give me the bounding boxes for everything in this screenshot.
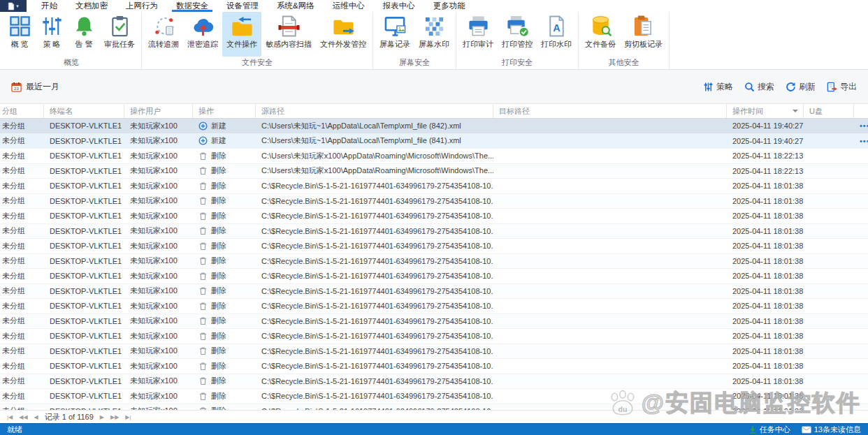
- ribbon-item-file-backup[interactable]: 文件备份: [581, 12, 620, 57]
- ribbon-item-approval-task[interactable]: 审批任务: [100, 12, 139, 57]
- ribbon-item-file-operation[interactable]: 文件操作: [222, 12, 261, 57]
- export-label: 导出: [840, 81, 857, 93]
- ribbon-item-overview[interactable]: 概 览: [3, 12, 36, 57]
- table-row[interactable]: 未分组DESKTOP-VLKTLE1未知玩家x100删除C:\$Recycle.…: [0, 284, 868, 300]
- ribbon-item-print-watermark[interactable]: A打印水印: [537, 12, 576, 57]
- ribbon-item-flow-trace[interactable]: 流转追溯: [144, 12, 183, 57]
- cell-operation-time: 2025-04-11 18:01:38: [727, 344, 804, 359]
- menu-tab-data-security[interactable]: 数据安全: [167, 0, 217, 12]
- search-button[interactable]: 搜索: [744, 81, 774, 93]
- column-header-operation[interactable]: 操作: [193, 104, 256, 118]
- clipboard-record-icon: [632, 15, 655, 38]
- cell-actions: [854, 254, 868, 269]
- cell-operation-time: 2025-04-11 18:01:38: [727, 239, 804, 253]
- cell-actions: [854, 404, 868, 411]
- cell-actions: [854, 209, 868, 223]
- cell-target-path: [493, 329, 727, 344]
- cell-operation-time: 2025-04-11 18:01:38: [727, 314, 804, 329]
- cell-operator: 未知玩家x100: [124, 284, 193, 299]
- ribbon-item-file-outgoing[interactable]: 文件外发管控: [316, 12, 370, 57]
- column-header-group[interactable]: 分组: [0, 104, 44, 118]
- column-header-operator[interactable]: 操作用户: [124, 104, 193, 118]
- pager-next-button[interactable]: ▶: [100, 414, 104, 420]
- table-row[interactable]: 未分组DESKTOP-VLKTLE1未知玩家x100删除C:\$Recycle.…: [0, 209, 868, 224]
- pager-prev-fast-button[interactable]: ◀◀: [19, 414, 27, 420]
- ribbon-item-screen-record[interactable]: 屏幕记录: [375, 12, 414, 57]
- cell-group: 未分组: [0, 329, 44, 344]
- menu-tab-system-network[interactable]: 系统&网络: [268, 0, 324, 12]
- operation-label: 删除: [211, 226, 226, 236]
- pager-last-button[interactable]: ▶|: [125, 414, 131, 420]
- menu-tab-report-center[interactable]: 报表中心: [374, 0, 424, 12]
- refresh-label: 刷新: [799, 81, 816, 93]
- ribbon-item-sensitive-scan[interactable]: 敏感内容扫描: [261, 12, 316, 57]
- menu-tab-doc-encrypt[interactable]: 文档加密: [66, 0, 117, 12]
- column-header-label: U盘: [809, 106, 823, 117]
- table-row[interactable]: 未分组DESKTOP-VLKTLE1未知玩家x100删除C:\$Recycle.…: [0, 179, 868, 194]
- ribbon-item-print-control[interactable]: 打印管控: [498, 12, 537, 57]
- app-menu-button[interactable]: ▾: [0, 0, 27, 12]
- table-row[interactable]: 未分组DESKTOP-VLKTLE1未知玩家x100删除C:\$Recycle.…: [0, 314, 868, 330]
- pager-prev-button[interactable]: ◀: [34, 414, 38, 420]
- cell-actions: [854, 329, 868, 344]
- column-header-actions[interactable]: [854, 104, 868, 118]
- table-row[interactable]: 未分组DESKTOP-VLKTLE1未知玩家x100删除C:\$Recycle.…: [0, 269, 868, 284]
- menu-tab-more-features[interactable]: 更多功能: [424, 0, 475, 12]
- column-header-usb[interactable]: U盘: [804, 104, 854, 118]
- table-row[interactable]: 未分组DESKTOP-VLKTLE1未知玩家x100删除C:\$Recycle.…: [0, 404, 868, 411]
- table-row[interactable]: 未分组DESKTOP-VLKTLE1未知玩家x100删除C:\$Recycle.…: [0, 389, 868, 404]
- policy-button[interactable]: 策略: [703, 81, 733, 93]
- menu-tab-device-mgmt[interactable]: 设备管理: [217, 0, 268, 12]
- ribbon-item-policy[interactable]: 策 略: [36, 12, 68, 57]
- export-button[interactable]: 导出: [827, 81, 857, 93]
- ribbon-item-clipboard-record[interactable]: 剪切板记录: [620, 12, 667, 57]
- row-menu-button[interactable]: •••: [860, 121, 868, 130]
- ribbon-item-label: 打印水印: [541, 39, 572, 50]
- operation-label: 删除: [211, 271, 226, 281]
- cell-operator: 未知玩家x100: [124, 134, 193, 149]
- unread-messages-button[interactable]: 13条未读信息: [802, 425, 861, 435]
- cell-terminal: DESKTOP-VLKTLE1: [44, 224, 124, 239]
- ribbon-group-label: 打印安全: [458, 57, 576, 70]
- table-row[interactable]: 未分组DESKTOP-VLKTLE1未知玩家x100删除C:\$Recycle.…: [0, 374, 868, 390]
- cell-operation-time: 2025-04-11 18:01:38: [727, 194, 804, 209]
- ribbon-item-label: 告 警: [75, 39, 92, 50]
- table-row[interactable]: 未分组DESKTOP-VLKTLE1未知玩家x100删除C:\Users\未知玩…: [0, 149, 868, 164]
- table-row[interactable]: 未分组DESKTOP-VLKTLE1未知玩家x100删除C:\$Recycle.…: [0, 359, 868, 374]
- ribbon-item-leak-trace[interactable]: 泄密追踪: [183, 12, 222, 57]
- table-row[interactable]: 未分组DESKTOP-VLKTLE1未知玩家x100新建C:\Users\未知玩…: [0, 134, 868, 149]
- column-header-terminal[interactable]: 终端名: [44, 104, 124, 118]
- cell-operation-time: 2025-04-11 18:01:38: [727, 224, 804, 239]
- cell-actions: [854, 344, 868, 359]
- ribbon-item-label: 打印审计: [463, 39, 493, 50]
- table-row[interactable]: 未分组DESKTOP-VLKTLE1未知玩家x100删除C:\$Recycle.…: [0, 224, 868, 239]
- table-row[interactable]: 未分组DESKTOP-VLKTLE1未知玩家x100删除C:\$Recycle.…: [0, 254, 868, 270]
- ribbon-item-alert[interactable]: 告 警: [68, 12, 100, 57]
- column-header-target-path[interactable]: 目标路径: [493, 104, 727, 118]
- table-row[interactable]: 未分组DESKTOP-VLKTLE1未知玩家x100删除C:\$Recycle.…: [0, 239, 868, 254]
- table-row[interactable]: 未分组DESKTOP-VLKTLE1未知玩家x100删除C:\$Recycle.…: [0, 344, 868, 360]
- date-range-filter[interactable]: 23 最近一月: [11, 81, 59, 93]
- menu-tab-ops-center[interactable]: 运维中心: [324, 0, 374, 12]
- table-row[interactable]: 未分组DESKTOP-VLKTLE1未知玩家x100删除C:\$Recycle.…: [0, 329, 868, 344]
- menu-tab-web-behavior[interactable]: 上网行为: [117, 0, 167, 12]
- row-menu-button[interactable]: •••: [860, 137, 868, 145]
- pager-next-fast-button[interactable]: ▶▶: [110, 414, 119, 420]
- operation-label: 删除: [211, 301, 226, 311]
- column-header-source-path[interactable]: 源路径: [256, 104, 493, 118]
- menu-tab-start[interactable]: 开始: [32, 0, 66, 12]
- cell-target-path: [493, 239, 727, 253]
- task-center-button[interactable]: 任务中心: [748, 425, 790, 435]
- operation-label: 新建: [211, 121, 226, 131]
- table-row[interactable]: 未分组DESKTOP-VLKTLE1未知玩家x100新建C:\Users\未知玩…: [0, 119, 868, 134]
- column-header-operation-time[interactable]: 操作时间: [727, 104, 804, 118]
- table-row[interactable]: 未分组DESKTOP-VLKTLE1未知玩家x100删除C:\$Recycle.…: [0, 194, 868, 209]
- table-row[interactable]: 未分组DESKTOP-VLKTLE1未知玩家x100删除C:\Users\未知玩…: [0, 164, 868, 179]
- ribbon-item-screen-watermark[interactable]: 屏幕水印: [414, 12, 454, 57]
- table-row[interactable]: 未分组DESKTOP-VLKTLE1未知玩家x100删除C:\$Recycle.…: [0, 299, 868, 314]
- pager-first-button[interactable]: |◀: [7, 414, 13, 420]
- refresh-button[interactable]: 刷新: [786, 81, 816, 93]
- filter-dropdown-icon[interactable]: [793, 110, 798, 115]
- ribbon-item-print-audit[interactable]: 打印审计: [458, 12, 498, 57]
- cell-source-path: C:\$Recycle.Bin\S-1-5-21-1619774401-6349…: [256, 359, 493, 374]
